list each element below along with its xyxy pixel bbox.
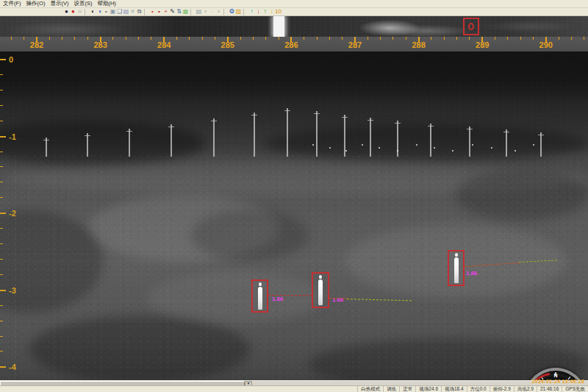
arrow-up-teal-icon[interactable]: ↑ [248,8,255,15]
toolbar-separator [144,9,148,15]
status-item-2: 调焦 [383,386,399,392]
elevation-minor-tick [0,152,3,152]
measure-icon[interactable]: ⌗ [129,8,136,15]
ruler-minor-tick [520,37,521,40]
ruler-minor-tick [24,37,24,40]
dot-icon[interactable]: • [103,8,110,15]
prev-icon[interactable]: ‹ [202,8,209,15]
elevation-minor-tick [0,228,3,229]
ruler-minor-tick [253,37,254,40]
brightness-icon[interactable]: ◑ [96,8,103,15]
ruler-minor-tick [533,37,534,40]
detection-box-3[interactable] [448,250,465,286]
zoom-level-label[interactable]: 10 [275,8,282,15]
ruler-minor-tick [559,37,559,40]
ruler-minor-tick [138,37,139,40]
elevation-minor-tick [0,121,3,121]
elevation-minor-tick [0,259,3,260]
draw-icon[interactable]: ✎ [169,8,176,15]
ruler-minor-tick [392,37,393,40]
utility-pole [129,129,130,157]
toolbar-separator [190,9,194,15]
arrow-up-green-icon[interactable]: ↑ [262,8,268,15]
layers-icon[interactable]: ❏ [116,8,123,15]
swap-icon[interactable]: ⇅ [176,8,182,15]
panorama-strip[interactable] [0,16,588,37]
ruler-minor-tick [495,37,495,40]
timestamp-overlay: 2024-01-24 13:46:18 [532,379,584,384]
status-item-7: 俯仰-2.9 [490,386,514,392]
clipboard-icon[interactable]: ▤ [196,8,202,15]
status-item-6: 方位0.0 [467,386,490,392]
toolbar-separator [85,9,88,15]
thermal-main-view[interactable]: 0-1-2-3-4 1.661.661.66 N 90 180 270 [0,51,588,380]
image-icon[interactable]: ▤ [123,8,129,15]
horizon-light [345,150,347,152]
ruler-minor-tick [49,37,50,40]
detection-height-label: 1.66 [466,270,478,277]
utility-pole [287,108,288,157]
power-icon[interactable]: ● [63,8,70,15]
detection-box-2[interactable] [312,272,329,308]
toolbar-separator [223,9,227,15]
menu-item-1[interactable]: 文件(F) [3,0,21,7]
horizon-light [329,147,331,149]
toolbar-separator [243,9,247,15]
azimuth-label-284: 284 [157,40,171,49]
detection-box-1[interactable] [251,279,268,313]
ruler-minor-tick [176,37,177,40]
menu-item-3[interactable]: 显示(V) [50,0,68,7]
folder-icon[interactable]: ▨ [235,8,242,15]
next-icon[interactable]: › [215,8,222,15]
center-dot-icon[interactable]: · [209,8,215,15]
elevation-minor-tick [0,197,3,198]
horizon-light [397,150,398,152]
horizon-light [416,144,417,146]
elevation-major-tick [0,59,6,60]
menu-item-4[interactable]: 设置(S) [74,0,92,7]
horizontal-scrollbar[interactable]: ▼ [0,380,588,385]
ruler-minor-tick [584,37,584,40]
ground-texture [0,154,588,380]
record-icon[interactable]: ● [70,8,76,15]
panorama-target-marker[interactable] [463,18,479,35]
elevation-minor-tick [0,321,3,321]
azimuth-label-285: 285 [221,40,234,49]
ruler-minor-tick [202,37,203,40]
azimuth-label-290: 290 [539,40,553,49]
panorama-target-glyph [468,23,474,30]
palette-icon[interactable]: ▣ [110,8,116,15]
elevation-minor-tick [0,336,3,337]
utility-pole [506,129,507,157]
horizon-light [452,150,453,152]
utility-pole [430,124,431,157]
person-body [454,257,459,283]
arrow-down-red-icon[interactable]: ↓ [255,8,262,15]
arrow-down-yellow-icon[interactable]: ↓ [268,8,275,15]
ruler-minor-tick [189,37,190,40]
contrast-icon[interactable]: ◐ [90,8,96,15]
person-head [319,275,322,279]
ruler-minor-tick [406,37,406,40]
utility-pole [469,126,470,157]
ruler-minor-tick [329,37,330,40]
ruler-minor-tick [74,37,75,40]
utility-pole [370,118,371,157]
ruler-minor-tick [469,37,470,40]
utility-pole [213,118,215,157]
horizon-light [514,150,516,152]
frame-count-icon[interactable]: ⧉ [136,8,143,15]
person-body [318,279,323,305]
elevation-minor-tick [0,243,3,244]
azimuth-label-289: 289 [476,40,489,49]
settings-gear-icon[interactable]: ❂ [229,8,235,15]
stop-icon[interactable]: ○ [76,8,83,15]
marker-dark-icon[interactable]: • [156,8,162,15]
menu-item-2[interactable]: 操作(O) [26,0,46,7]
marker-red-icon[interactable]: • [149,8,156,15]
panorama-bright-band [273,16,284,37]
area-icon[interactable]: ▦ [182,8,189,15]
menu-item-5[interactable]: 帮助(H) [97,0,115,7]
crosshair-icon[interactable]: + [162,8,169,15]
status-item-1: 白热模式 [357,386,383,392]
